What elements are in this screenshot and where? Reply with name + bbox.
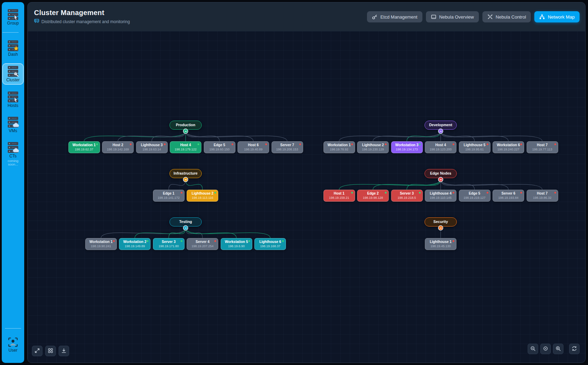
node-ip: 198.19.207.254 bbox=[187, 244, 218, 248]
sidebar-item-label: CTs bbox=[9, 154, 17, 158]
sidebar-item-cluster[interactable]: Cluster bbox=[2, 63, 24, 85]
map-node-workstation-1[interactable]: Workstation 1198.19.62.37 bbox=[68, 141, 100, 153]
sidebar-item-note: coming soon... bbox=[4, 159, 22, 166]
status-dot bbox=[487, 192, 488, 194]
node-ip: 198.19.171.80 bbox=[153, 244, 184, 248]
node-name: Edge 5 bbox=[204, 143, 235, 147]
minus-icon bbox=[440, 131, 442, 131]
node-ip: 198.19.113.116 bbox=[187, 196, 218, 200]
map-node-workstation-3[interactable]: Workstation 3198.19.134.173 bbox=[391, 141, 423, 153]
status-dot bbox=[232, 143, 233, 145]
minus-icon bbox=[440, 228, 442, 228]
map-node-host-2[interactable]: Host 2198.19.142.169 bbox=[102, 141, 134, 153]
cluster-infrastructure-collapse-toggle[interactable] bbox=[183, 177, 188, 182]
map-node-lighthouse-3[interactable]: Lighthouse 3198.19.63.14 bbox=[136, 141, 168, 153]
node-ip: 198.19.110.145 bbox=[425, 196, 456, 200]
refresh-icon bbox=[572, 346, 577, 352]
map-node-lighthouse-2[interactable]: Lighthouse 2198.19.230.129 bbox=[357, 141, 389, 153]
minus-icon bbox=[185, 228, 187, 228]
sidebar-item-label: Dash bbox=[8, 52, 18, 57]
node-ip: 198.19.218.5 bbox=[392, 196, 422, 200]
sidebar-item-cts[interactable]: CTscoming soon... bbox=[2, 140, 24, 168]
map-node-workstation-2[interactable]: Workstation 2198.19.149.89 bbox=[119, 238, 151, 250]
refresh-button[interactable] bbox=[569, 344, 580, 354]
zoom-out-icon bbox=[530, 346, 536, 352]
node-ip: 198.19.45.130 bbox=[425, 244, 456, 248]
map-node-host-7[interactable]: Host 7198.19.77.113 bbox=[527, 141, 558, 153]
cluster-production-collapse-toggle[interactable] bbox=[183, 129, 188, 134]
status-dot bbox=[487, 143, 488, 145]
sidebar-item-vms[interactable]: VMs bbox=[2, 115, 24, 135]
map-node-workstation-1[interactable]: Workstation 1198.19.78.92 bbox=[323, 141, 355, 153]
node-ip: 198.19.240.227 bbox=[493, 147, 524, 151]
edge bbox=[152, 131, 186, 141]
map-node-lighthouse-5[interactable]: Lighthouse 5198.19.95.61 bbox=[459, 141, 490, 153]
status-dot bbox=[113, 240, 115, 242]
button-etcd-management[interactable]: Etcd Management bbox=[367, 11, 422, 22]
button-nebula-control[interactable]: Nebula Control bbox=[482, 11, 531, 22]
map-node-server-3[interactable]: Server 3198.19.218.5 bbox=[391, 190, 423, 202]
map-node-host-6[interactable]: Host 6198.19.40.89 bbox=[238, 141, 269, 153]
status-dot bbox=[248, 240, 250, 242]
map-node-lighthouse-4[interactable]: Lighthouse 4198.19.110.145 bbox=[425, 190, 456, 202]
node-name: Server 3 bbox=[153, 240, 184, 244]
node-name: Workstation 5 bbox=[221, 240, 252, 244]
map-node-lighthouse-1[interactable]: Lighthouse 1198.19.45.130 bbox=[425, 238, 456, 250]
map-node-edge-5[interactable]: Edge 5198.19.219.127 bbox=[459, 190, 490, 202]
map-node-host-4[interactable]: Host 4198.19.123.200 bbox=[425, 141, 456, 153]
zoom-in-button[interactable] bbox=[553, 344, 563, 354]
node-ip: 198.19.62.37 bbox=[69, 147, 100, 151]
map-node-workstation-6[interactable]: Workstation 6198.19.240.227 bbox=[493, 141, 524, 153]
servers-cloud-icon bbox=[7, 142, 19, 153]
cluster-security-collapse-toggle[interactable] bbox=[438, 225, 443, 231]
map-node-lighthouse-6[interactable]: Lighthouse 6198.19.168.37 bbox=[254, 238, 286, 250]
map-node-workstation-5[interactable]: Workstation 5198.19.6.90 bbox=[221, 238, 252, 250]
node-name: Lighthouse 2 bbox=[358, 143, 388, 147]
map-node-edge-2[interactable]: Edge 2198.19.98.128 bbox=[357, 190, 389, 202]
map-node-lighthouse-2[interactable]: Lighthouse 2198.19.113.116 bbox=[187, 190, 218, 202]
node-ip: 198.19.123.200 bbox=[425, 147, 456, 151]
map-node-server-3[interactable]: Server 3198.19.171.80 bbox=[153, 238, 185, 250]
sidebar-item-group[interactable]: Group bbox=[2, 7, 24, 27]
sidebar-item-hosts[interactable]: Hosts bbox=[2, 89, 24, 110]
map-node-host-1[interactable]: Host 1198.19.159.21 bbox=[323, 190, 355, 202]
status-dot bbox=[554, 143, 556, 145]
status-dot bbox=[520, 192, 522, 194]
sidebar-item-user[interactable]: User bbox=[5, 334, 21, 354]
locate-button[interactable] bbox=[540, 344, 551, 354]
node-name: Workstation 3 bbox=[392, 143, 422, 147]
zoom-out-button[interactable] bbox=[528, 344, 538, 354]
node-ip: 198.19.149.89 bbox=[119, 244, 150, 248]
servers-star-icon bbox=[7, 40, 19, 51]
map-node-workstation-1[interactable]: Workstation 1198.19.90.241 bbox=[85, 238, 117, 250]
button-nebula-overview[interactable]: Nebula Overview bbox=[426, 11, 479, 22]
cluster-testing-collapse-toggle[interactable] bbox=[183, 225, 188, 231]
expand-button[interactable] bbox=[32, 346, 42, 356]
cluster-edge-nodes-collapse-toggle[interactable] bbox=[438, 177, 443, 182]
edge bbox=[441, 180, 475, 190]
map-node-host-4[interactable]: Host 4198.19.179.122 bbox=[170, 141, 201, 153]
map-node-edge-1[interactable]: Edge 1198.19.141.172 bbox=[153, 190, 185, 202]
download-button[interactable] bbox=[59, 346, 69, 356]
node-ip: 198.19.95.61 bbox=[459, 147, 490, 151]
node-ip: 198.19.134.173 bbox=[392, 147, 422, 151]
node-ip: 198.19.142.169 bbox=[102, 147, 133, 151]
node-ip: 198.19.6.90 bbox=[221, 244, 252, 248]
map-node-server-7[interactable]: Server 7198.19.208.153 bbox=[272, 141, 303, 153]
grid-button[interactable] bbox=[45, 346, 56, 356]
download-icon bbox=[61, 348, 67, 354]
node-name: Lighthouse 4 bbox=[425, 191, 456, 196]
map-node-server-4[interactable]: Server 4198.19.207.254 bbox=[187, 238, 218, 250]
map-node-server-6[interactable]: Server 6198.19.193.84 bbox=[493, 190, 524, 202]
sidebar-item-dash[interactable]: Dash bbox=[2, 38, 24, 59]
status-dot bbox=[453, 240, 454, 242]
map-node-host-7[interactable]: Host 7198.19.86.32 bbox=[527, 190, 558, 202]
button-network-map[interactable]: Network Map bbox=[534, 11, 580, 22]
map-node-edge-5[interactable]: Edge 5198.19.60.150 bbox=[204, 141, 235, 153]
network-map-canvas[interactable]: Workstation 1198.19.62.37Host 2198.19.14… bbox=[28, 31, 585, 363]
cluster-development-collapse-toggle[interactable] bbox=[438, 129, 443, 134]
node-name: Lighthouse 2 bbox=[187, 191, 218, 196]
node-name: Workstation 1 bbox=[324, 143, 355, 147]
button-label: Etcd Management bbox=[380, 14, 417, 20]
status-dot bbox=[351, 143, 353, 145]
